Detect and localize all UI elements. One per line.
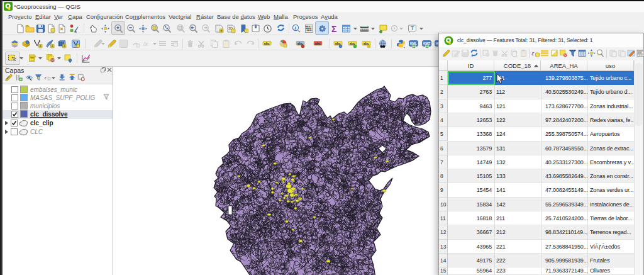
svg-text:a: a xyxy=(75,30,77,33)
svg-text:/x: /x xyxy=(143,41,148,47)
svg-text:abc: abc xyxy=(315,42,321,45)
svg-text:ε: ε xyxy=(45,75,47,81)
svg-text:Σ: Σ xyxy=(331,24,336,33)
svg-text:ε: ε xyxy=(532,50,535,57)
svg-text:T: T xyxy=(411,25,414,31)
svg-text:abc: abc xyxy=(264,42,270,45)
